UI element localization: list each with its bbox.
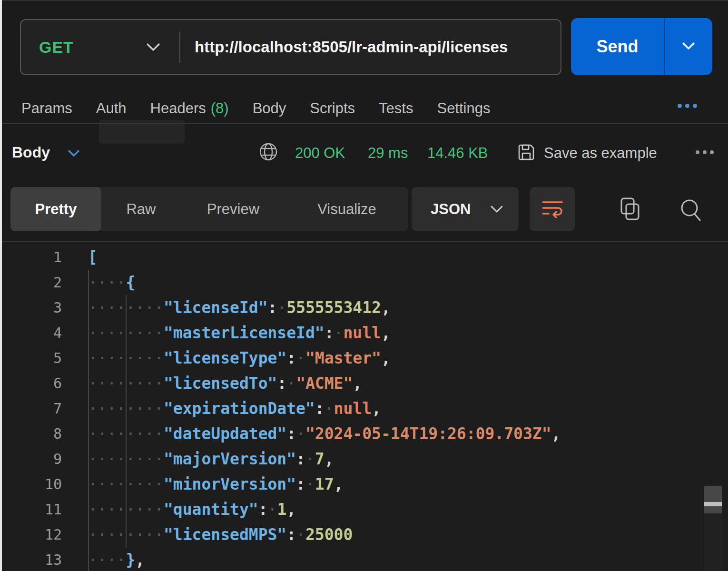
request-tabs: ParamsAuthHeaders(8)BodyScriptsTestsSett… xyxy=(21,93,490,124)
more-options-icon[interactable] xyxy=(696,150,714,154)
code-line-content: ········"licensedTo":·"ACME", xyxy=(88,374,362,393)
tab-scripts[interactable]: Scripts xyxy=(310,100,355,117)
tab-tests[interactable]: Tests xyxy=(379,100,413,117)
response-body-viewer: 1[2····{3········"licenseId":·5555553412… xyxy=(0,242,728,571)
token-ws: ········ xyxy=(88,424,164,443)
save-icon[interactable] xyxy=(516,142,537,165)
token-bracket: { xyxy=(126,273,135,292)
token-num: 25000 xyxy=(305,525,353,544)
format-select[interactable]: JSON xyxy=(412,187,519,231)
globe-icon[interactable] xyxy=(258,142,278,164)
line-number: 7 xyxy=(0,400,62,417)
line-number: 6 xyxy=(0,375,62,392)
view-tab-raw[interactable]: Raw xyxy=(101,187,181,231)
token-null: null xyxy=(343,324,381,342)
url-input[interactable] xyxy=(180,20,561,74)
token-ws: · xyxy=(325,399,334,418)
token-ws: ········ xyxy=(88,500,164,519)
token-key: "licenseType" xyxy=(164,349,286,367)
line-number: 13 xyxy=(0,551,62,568)
tab-headers[interactable]: Headers(8) xyxy=(150,100,229,117)
token-ws: ········ xyxy=(88,399,164,418)
token-ws: · xyxy=(334,324,344,342)
token-punct: , xyxy=(135,551,145,569)
tab-settings[interactable]: Settings xyxy=(437,100,490,117)
token-punct: : xyxy=(277,374,286,393)
code-line-content: ········"masterLicenseId":·null, xyxy=(88,324,391,342)
request-tabs-row: ParamsAuthHeaders(8)BodyScriptsTestsSett… xyxy=(0,93,728,124)
token-punct: : xyxy=(296,450,305,468)
tab-auth[interactable]: Auth xyxy=(96,100,127,117)
token-key: "dateUpdated" xyxy=(164,424,286,443)
line-number: 1 xyxy=(0,249,62,266)
token-str: "ACME" xyxy=(296,374,353,393)
code-line: 3········"licenseId":·5555553412, xyxy=(0,295,699,320)
response-toolbar: PrettyRawPreviewVisualize JSON xyxy=(0,187,728,231)
tab-params[interactable]: Params xyxy=(21,100,72,117)
chevron-down-icon xyxy=(490,205,503,213)
token-num: 5555553412 xyxy=(286,298,381,317)
line-number: 4 xyxy=(0,325,62,341)
code-line: 12········"licensedMPS":·25000 xyxy=(0,522,699,547)
code-line: 2····{ xyxy=(0,270,699,295)
wrap-text-button[interactable] xyxy=(530,187,575,231)
line-number: 5 xyxy=(0,350,62,366)
window-border-top xyxy=(0,0,728,1)
token-ws: · xyxy=(305,450,315,468)
scrollbar-track[interactable] xyxy=(703,484,722,571)
copy-icon xyxy=(619,216,642,224)
window-border-left xyxy=(0,0,2,571)
code-line: 13····}, xyxy=(0,547,699,571)
more-options-icon[interactable] xyxy=(678,104,697,108)
tab-label: Scripts xyxy=(310,100,355,117)
chevron-down-icon xyxy=(682,42,695,52)
method-select[interactable]: GET xyxy=(21,20,179,74)
token-key: "expirationDate" xyxy=(164,399,315,418)
code-line-content: ········"licensedMPS":·25000 xyxy=(88,525,353,544)
view-tab-visualize[interactable]: Visualize xyxy=(285,187,408,231)
copy-button[interactable] xyxy=(619,197,642,224)
tab-body[interactable]: Body xyxy=(253,100,286,117)
code-line-content: [ xyxy=(88,248,98,266)
token-ws: · xyxy=(268,500,277,519)
code-line: 5········"licenseType":·"Master", xyxy=(0,345,699,371)
code-line: 4········"masterLicenseId":·null, xyxy=(0,320,699,345)
token-num: 17 xyxy=(315,475,334,493)
token-key: "majorVersion" xyxy=(164,450,296,468)
response-section-label[interactable]: Body xyxy=(12,144,50,161)
line-number: 11 xyxy=(0,501,62,518)
token-punct: , xyxy=(381,324,391,342)
line-number: 12 xyxy=(0,526,62,543)
search-button[interactable] xyxy=(679,197,703,224)
token-punct: , xyxy=(286,500,296,519)
token-punct: , xyxy=(334,475,344,493)
token-ws: ········ xyxy=(88,525,164,544)
send-button[interactable]: Send xyxy=(571,18,664,75)
save-as-example-button[interactable]: Save as example xyxy=(544,145,657,162)
view-tab-pretty[interactable]: Pretty xyxy=(10,187,101,231)
method-label: GET xyxy=(39,38,74,57)
status-badge[interactable]: 200 OK xyxy=(295,145,345,162)
token-ws: ········ xyxy=(88,349,164,367)
code-line: 1[ xyxy=(0,245,699,270)
token-key: "licensedTo" xyxy=(164,374,277,393)
send-options-button[interactable] xyxy=(665,18,712,75)
line-number: 10 xyxy=(0,476,62,492)
token-null: null xyxy=(334,399,372,418)
response-size[interactable]: 14.46 KB xyxy=(427,145,488,162)
tab-label: Settings xyxy=(437,100,490,117)
chevron-down-icon[interactable] xyxy=(68,149,80,159)
tab-label: Tests xyxy=(379,100,413,117)
chevron-down-icon xyxy=(146,43,160,51)
scrollbar-thumb[interactable] xyxy=(704,486,722,513)
token-num: 1 xyxy=(277,500,286,519)
token-punct: , xyxy=(381,349,391,367)
view-tab-preview[interactable]: Preview xyxy=(181,187,285,231)
tab-count-badge: (8) xyxy=(211,100,229,117)
code-line: 8········"dateUpdated":·"2024-05-14T19:2… xyxy=(0,421,699,446)
code-line: 10········"minorVersion":·17, xyxy=(0,472,699,497)
token-ws: ········ xyxy=(88,374,164,393)
send-split-button: Send xyxy=(571,18,712,75)
response-time[interactable]: 29 ms xyxy=(368,145,408,162)
line-number: 2 xyxy=(0,274,62,291)
